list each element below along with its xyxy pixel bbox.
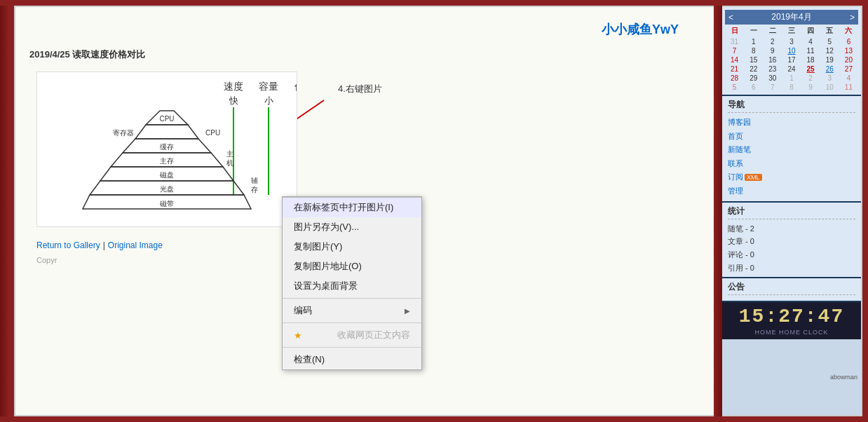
calendar: < 2019年4月 > 日 一 二 三 四 五 六 31 1 <box>722 7 861 95</box>
cal-day[interactable]: 6 <box>839 37 858 46</box>
book-spine-right <box>714 6 722 416</box>
nav-title: 导航 <box>728 99 855 113</box>
cal-day[interactable]: 20 <box>839 55 858 64</box>
cal-day[interactable]: 17 <box>782 55 801 64</box>
cal-day[interactable]: 1 <box>782 74 801 83</box>
context-menu-divider2 <box>283 322 421 323</box>
cal-day[interactable]: 7 <box>763 83 782 92</box>
context-menu: 在新标签页中打开图片(I) 图片另存为(V)... 复制图片(Y) 复制图片地址… <box>282 196 422 370</box>
cal-day[interactable]: 11 <box>801 46 820 55</box>
context-menu-copy-url[interactable]: 复制图片地址(O) <box>283 257 421 276</box>
svg-text:磁盘: 磁盘 <box>159 171 174 179</box>
context-menu-encoding[interactable]: 编码 ▶ <box>283 301 421 320</box>
svg-text:光盘: 光盘 <box>160 185 174 193</box>
cal-day[interactable]: 2 <box>763 37 782 46</box>
stats-title: 统计 <box>728 205 855 219</box>
nav-newpost[interactable]: 新随笔 <box>728 143 855 157</box>
nav-home[interactable]: 首页 <box>728 130 855 144</box>
cal-day[interactable]: 4 <box>801 37 820 46</box>
context-menu-divider3 <box>283 347 421 348</box>
cal-day[interactable]: 8 <box>782 83 801 92</box>
cal-day[interactable]: 3 <box>782 37 801 46</box>
calendar-next-btn[interactable]: > <box>850 13 855 22</box>
page-area: 小小咸鱼YwY 2019/4/25 读取速度价格对比 4.右键图片 速度 容量 … <box>15 7 714 415</box>
widget-area: abowman <box>722 339 861 415</box>
cal-day[interactable]: 1 <box>744 37 763 46</box>
svg-text:速度: 速度 <box>224 81 243 92</box>
cal-day[interactable]: 7 <box>725 46 744 55</box>
weekday-tue: 二 <box>763 25 782 37</box>
main-content: 小小咸鱼YwY 2019/4/25 读取速度价格对比 4.右键图片 速度 容量 … <box>14 6 714 416</box>
cal-day[interactable]: 11 <box>839 83 858 92</box>
star-icon: ★ <box>294 330 302 341</box>
xml-badge: XML <box>745 174 762 181</box>
stats-section: 统计 随笔 - 2 文章 - 0 评论 - 0 引用 - 0 <box>722 203 861 278</box>
calendar-header: < 2019年4月 > <box>725 10 858 25</box>
svg-text:小: 小 <box>264 95 273 106</box>
nav-manage[interactable]: 管理 <box>728 184 855 198</box>
cal-day[interactable]: 9 <box>763 46 782 55</box>
cal-day[interactable]: 13 <box>839 46 858 55</box>
context-menu-divider1 <box>283 298 421 299</box>
calendar-table: 日 一 二 三 四 五 六 31 1 2 3 4 5 6 <box>725 25 858 92</box>
weekday-sat: 六 <box>839 25 858 37</box>
cal-day[interactable]: 14 <box>725 55 744 64</box>
cal-day[interactable]: 22 <box>744 64 763 74</box>
svg-text:CPU: CPU <box>159 115 174 123</box>
context-menu-inspect[interactable]: 检查(N) <box>283 350 421 369</box>
abowman-text: abowman <box>830 374 857 381</box>
svg-text:存: 存 <box>251 186 258 193</box>
weekday-wed: 三 <box>782 25 801 37</box>
original-image-link[interactable]: Original Image <box>108 240 163 250</box>
return-gallery-link[interactable]: Return to Gallery <box>36 240 100 250</box>
annotation1: 4.右键图片 <box>338 83 382 95</box>
calendar-title: 2019年4月 <box>771 11 811 23</box>
cal-day[interactable]: 26 <box>820 64 839 74</box>
submenu-arrow: ▶ <box>405 307 410 315</box>
cal-day[interactable]: 4 <box>839 74 858 83</box>
cal-day[interactable]: 5 <box>725 83 744 92</box>
cal-day[interactable]: 21 <box>725 64 744 74</box>
cal-today[interactable]: 25 <box>801 64 820 74</box>
context-menu-open-tab[interactable]: 在新标签页中打开图片(I) <box>283 197 421 217</box>
stat-comments: 评论 - 0 <box>728 248 855 261</box>
cal-day[interactable]: 8 <box>744 46 763 55</box>
cal-day[interactable]: 2 <box>801 74 820 83</box>
svg-text:机: 机 <box>226 159 233 167</box>
svg-marker-13 <box>135 125 198 139</box>
cal-day[interactable]: 24 <box>782 64 801 74</box>
nav-contact[interactable]: 联系 <box>728 157 855 171</box>
context-menu-copy-image[interactable]: 复制图片(Y) <box>283 237 421 257</box>
cal-day[interactable]: 6 <box>744 83 763 92</box>
link-separator: | <box>103 240 105 250</box>
cal-day[interactable]: 10 <box>782 46 801 55</box>
cal-day[interactable]: 29 <box>744 74 763 83</box>
nav-subscribe[interactable]: 订阅 <box>728 170 743 184</box>
cal-day[interactable]: 23 <box>763 64 782 74</box>
context-menu-collect[interactable]: ★收藏网页正文内容 <box>283 325 421 345</box>
cal-day[interactable]: 28 <box>725 74 744 83</box>
weekday-sun: 日 <box>725 25 744 37</box>
calendar-prev-btn[interactable]: < <box>728 13 733 22</box>
svg-text:磁带: 磁带 <box>159 200 174 207</box>
cal-day[interactable]: 19 <box>820 55 839 64</box>
nav-section: 导航 博客园 首页 新随笔 联系 订阅 XML 管理 <box>722 96 861 201</box>
context-menu-set-wallpaper[interactable]: 设置为桌面背景 <box>283 276 421 296</box>
cal-day[interactable]: 3 <box>820 74 839 83</box>
cal-day[interactable]: 31 <box>725 37 744 46</box>
cal-day[interactable]: 18 <box>801 55 820 64</box>
svg-text:主: 主 <box>226 150 233 158</box>
cal-day[interactable]: 9 <box>801 83 820 92</box>
cal-day[interactable]: 27 <box>839 64 858 74</box>
cal-day[interactable]: 30 <box>763 74 782 83</box>
cal-day[interactable]: 10 <box>820 83 839 92</box>
clock-label: HOME HOME CLOCK <box>726 329 857 336</box>
cal-day[interactable]: 16 <box>763 55 782 64</box>
pyramid-chart: 速度 容量 价格/位 快 小 高 CPU 寄存器 CPU <box>36 72 297 227</box>
cal-day[interactable]: 5 <box>820 37 839 46</box>
cal-day[interactable]: 15 <box>744 55 763 64</box>
context-menu-save-image[interactable]: 图片另存为(V)... <box>283 217 421 237</box>
nav-bloggarden[interactable]: 博客园 <box>728 116 855 130</box>
svg-text:CPU: CPU <box>205 129 220 137</box>
cal-day[interactable]: 12 <box>820 46 839 55</box>
